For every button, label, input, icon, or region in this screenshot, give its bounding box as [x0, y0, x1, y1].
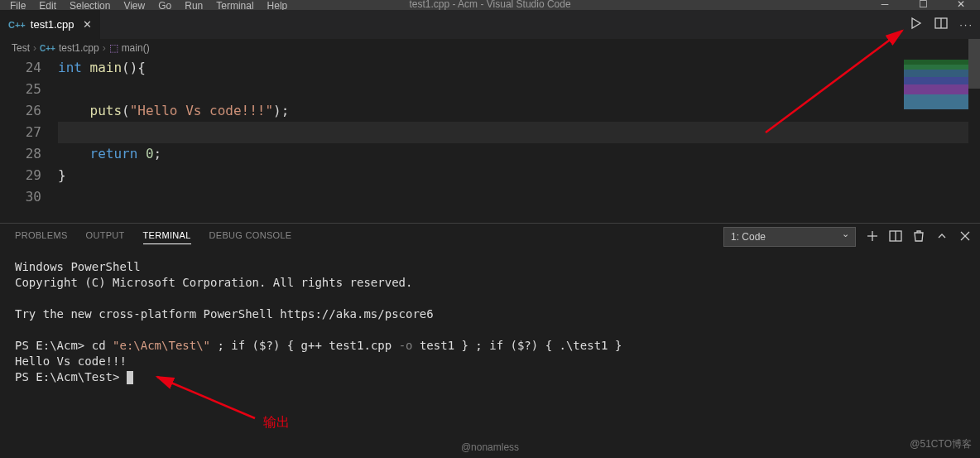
tab-debug-console[interactable]: DEBUG CONSOLE — [209, 230, 292, 244]
watermark-right: @51CTO博客 — [910, 437, 972, 451]
terminal-prompt: PS E:\Acm> — [15, 339, 84, 352]
new-terminal-icon[interactable] — [866, 229, 879, 244]
code-editor[interactable]: 24252627282930 int main(){ puts("Hello V… — [0, 57, 980, 223]
scrollbar-thumb[interactable] — [968, 39, 980, 89]
menu-bar: File Edit Selection View Go Run Terminal… — [0, 0, 980, 10]
breadcrumb[interactable]: Test › C++ test1.cpp › ⬚ main() — [0, 39, 980, 57]
terminal-output[interactable]: Windows PowerShell Copyright (C) Microso… — [0, 251, 980, 393]
program-output: Hello Vs code!!! — [15, 354, 127, 368]
tab-output[interactable]: OUTPUT — [86, 230, 125, 244]
breadcrumb-file[interactable]: test1.cpp — [59, 42, 99, 54]
window-close-icon[interactable]: ✕ — [942, 0, 980, 10]
annotation-output-label: 输出 — [263, 414, 290, 431]
chevron-right-icon: › — [33, 42, 36, 54]
line-number-gutter: 24252627282930 — [0, 57, 58, 223]
tab-label: test1.cpp — [31, 18, 74, 31]
breadcrumb-symbol[interactable]: main() — [122, 42, 150, 54]
terminal-line: Try the new cross-platform PowerShell ht… — [15, 307, 434, 321]
symbol-method-icon: ⬚ — [109, 42, 118, 54]
terminal-line: Copyright (C) Microsoft Corporation. All… — [15, 276, 412, 289]
terminal-cursor — [127, 371, 133, 384]
split-editor-icon[interactable] — [934, 17, 948, 32]
tab-problems[interactable]: PROBLEMS — [15, 230, 68, 244]
more-actions-icon[interactable]: ··· — [959, 18, 973, 31]
window-maximize-icon[interactable]: ☐ — [904, 0, 942, 10]
tab-bar: C++ test1.cpp ✕ ··· — [0, 10, 980, 39]
vertical-scrollbar[interactable] — [968, 39, 980, 223]
tab-terminal[interactable]: TERMINAL — [143, 230, 191, 244]
kill-terminal-icon[interactable] — [912, 229, 925, 244]
window-minimize-icon[interactable]: ─ — [866, 0, 904, 10]
split-terminal-icon[interactable] — [889, 229, 902, 244]
terminal-selector[interactable]: 1: Code — [723, 227, 856, 247]
code-area[interactable]: int main(){ puts("Hello Vs code!!!"); re… — [58, 57, 980, 223]
cpp-file-icon: C++ — [40, 44, 55, 53]
close-icon[interactable]: ✕ — [83, 18, 92, 31]
window-title: test1.cpp - Acm - Visual Studio Code — [409, 0, 570, 10]
tab-test1[interactable]: C++ test1.cpp ✕ — [0, 10, 101, 39]
breadcrumb-root[interactable]: Test — [12, 42, 30, 54]
panel-tabs: PROBLEMS OUTPUT TERMINAL DEBUG CONSOLE 1… — [0, 224, 980, 251]
bottom-panel: PROBLEMS OUTPUT TERMINAL DEBUG CONSOLE 1… — [0, 223, 980, 458]
minimap[interactable] — [904, 60, 978, 109]
run-button[interactable] — [910, 17, 923, 32]
watermark-center: @nonamless — [461, 441, 519, 453]
terminal-line: Windows PowerShell — [15, 260, 141, 273]
close-panel-icon[interactable] — [958, 229, 972, 244]
maximize-panel-icon[interactable] — [935, 229, 949, 244]
chevron-right-icon: › — [103, 42, 106, 54]
cpp-file-icon: C++ — [8, 20, 26, 30]
terminal-prompt: PS E:\Acm\Test> — [15, 370, 119, 383]
